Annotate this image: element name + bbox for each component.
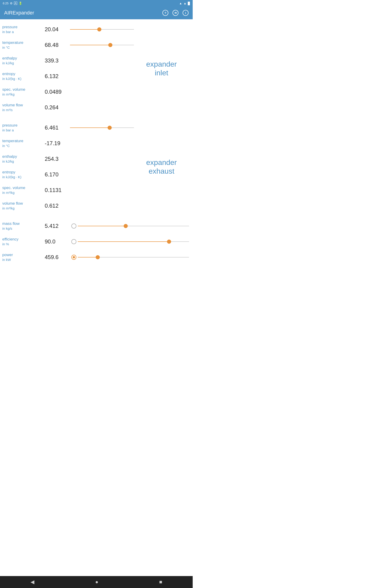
efficiency-radio-container: [70, 239, 78, 244]
mass-flow-unit: in kg/s: [2, 226, 45, 231]
exhaust-pressure-row: pressure in bar a 6.461: [2, 120, 134, 136]
exhaust-pressure-slider[interactable]: [70, 124, 134, 131]
info-icon-button[interactable]: i: [183, 10, 189, 16]
exhaust-volume-flow-slider-empty: [70, 202, 134, 209]
inlet-enthalpy-unit: in kJ/kg: [2, 61, 45, 65]
exhaust-enthalpy-slider-empty: [70, 156, 134, 162]
exhaust-spec-volume-unit: in m³/kg: [2, 190, 45, 195]
exhaust-spec-volume-value: 0.1131: [45, 187, 70, 193]
inlet-pressure-name: pressure: [2, 25, 45, 30]
a-icon: A: [14, 2, 17, 5]
help-icon-button[interactable]: ?: [162, 10, 168, 16]
power-slider[interactable]: [78, 254, 189, 261]
power-unit: in kW: [2, 258, 45, 262]
efficiency-name: efficiency: [2, 237, 45, 242]
inlet-section: pressure in bar a 20.04 temperature in °…: [2, 22, 189, 115]
exhaust-spec-volume-name: spec. volume: [2, 185, 45, 190]
inlet-spec-volume-name: spec. volume: [2, 87, 45, 92]
battery-full-icon: █: [188, 2, 190, 5]
inlet-pressure-slider[interactable]: [70, 26, 134, 33]
exhaust-entropy-name: entropy: [2, 170, 45, 175]
inlet-pressure-unit: in bar a: [2, 30, 45, 34]
app-bar: AIRExpander ? ✉ i: [0, 6, 193, 19]
signal-icon: ▲: [184, 2, 186, 5]
inlet-enthalpy-name: enthalpy: [2, 56, 45, 61]
inlet-params: pressure in bar a 20.04 temperature in °…: [2, 22, 134, 115]
inlet-spec-volume-unit: in m³/kg: [2, 92, 45, 97]
mass-flow-slider[interactable]: [78, 223, 189, 229]
exhaust-temperature-slider-empty: [70, 140, 134, 147]
efficiency-radio[interactable]: [71, 239, 76, 244]
app-title: AIRExpander: [4, 10, 34, 16]
exhaust-temperature-name: temperature: [2, 138, 45, 144]
exhaust-spec-volume-label: spec. volume in m³/kg: [2, 185, 45, 195]
status-bar: 6:25 ⚙ A 🔋 ▲ ▲ █: [0, 0, 193, 6]
efficiency-row: efficiency in % 90.0: [2, 234, 189, 250]
exhaust-entropy-label: entropy in kJ/(kg · K): [2, 170, 45, 179]
exhaust-pressure-value: 6.461: [45, 124, 70, 131]
inlet-enthalpy-label: enthalpy in kJ/kg: [2, 56, 45, 65]
exhaust-section: pressure in bar a 6.461 temperature in °…: [2, 120, 189, 214]
mass-flow-radio[interactable]: [71, 224, 76, 229]
inlet-pressure-value: 20.04: [45, 26, 70, 33]
power-label: power in kW: [2, 252, 45, 262]
exhaust-enthalpy-unit: in kJ/kg: [2, 159, 45, 164]
operating-section: mass flow in kg/s 5.412 efficiency in % …: [2, 218, 189, 265]
power-radio-container: [70, 255, 78, 260]
status-left: 6:25 ⚙ A 🔋: [3, 2, 22, 5]
inlet-volume-flow-value: 0.264: [45, 104, 70, 111]
inlet-volume-flow-slider-empty: [70, 104, 134, 111]
inlet-temperature-name: temperature: [2, 40, 45, 45]
exhaust-section-label: expanderexhaust: [146, 156, 177, 178]
exhaust-enthalpy-label: enthalpy in kJ/kg: [2, 154, 45, 164]
power-value: 459.6: [45, 254, 70, 260]
exhaust-volume-flow-label: volume flow in m³/kg: [2, 201, 45, 211]
inlet-entropy-slider-empty: [70, 73, 134, 80]
exhaust-pressure-unit: in bar a: [2, 128, 45, 132]
mass-flow-radio-container: [70, 224, 78, 229]
inlet-entropy-row: entropy in kJ/(kg · K) 6.132: [2, 69, 134, 84]
efficiency-slider[interactable]: [78, 238, 189, 245]
inlet-volume-flow-name: volume flow: [2, 103, 45, 108]
power-name: power: [2, 252, 45, 258]
inlet-volume-flow-label: volume flow in m³/s: [2, 103, 45, 112]
mail-icon-button[interactable]: ✉: [173, 10, 178, 16]
exhaust-enthalpy-row: enthalpy in kJ/kg 254.3: [2, 151, 134, 167]
inlet-entropy-value: 6.132: [45, 73, 70, 79]
section-divider-1: [2, 115, 189, 120]
inlet-temperature-value: 68.48: [45, 42, 70, 48]
app-bar-icons: ? ✉ i: [162, 10, 189, 16]
inlet-spec-volume-value: 0.0489: [45, 89, 70, 95]
inlet-section-label: expanderinlet: [146, 57, 177, 80]
inlet-enthalpy-slider-empty: [70, 57, 134, 64]
mass-flow-label: mass flow in kg/s: [2, 221, 45, 231]
status-right: ▲ ▲ █: [179, 2, 190, 5]
mass-flow-row: mass flow in kg/s 5.412: [2, 218, 189, 234]
efficiency-value: 90.0: [45, 238, 70, 245]
inlet-spec-volume-slider-empty: [70, 88, 134, 95]
exhaust-enthalpy-value: 254.3: [45, 156, 70, 162]
exhaust-temperature-unit: in °C: [2, 144, 45, 148]
inlet-entropy-name: entropy: [2, 71, 45, 77]
inlet-temperature-row: temperature in °C 68.48: [2, 37, 134, 53]
inlet-entropy-unit: in kJ/(kg · K): [2, 77, 45, 81]
main-content: pressure in bar a 20.04 temperature in °…: [0, 19, 193, 267]
mass-flow-value: 5.412: [45, 223, 70, 229]
efficiency-unit: in %: [2, 242, 45, 246]
exhaust-temperature-value: -17.19: [45, 140, 70, 147]
inlet-pressure-row: pressure in bar a 20.04: [2, 22, 134, 37]
exhaust-entropy-value: 6.170: [45, 171, 70, 178]
power-radio[interactable]: [71, 255, 76, 260]
wifi-icon: ▲: [179, 2, 182, 5]
battery-icon: 🔋: [19, 2, 22, 5]
inlet-temperature-label: temperature in °C: [2, 40, 45, 50]
mass-flow-name: mass flow: [2, 221, 45, 226]
inlet-temperature-slider[interactable]: [70, 42, 134, 48]
inlet-pressure-label: pressure in bar a: [2, 25, 45, 34]
exhaust-temperature-row: temperature in °C -17.19: [2, 136, 134, 151]
time-display: 6:25: [3, 2, 8, 5]
inlet-volume-flow-unit: in m³/s: [2, 108, 45, 112]
exhaust-entropy-unit: in kJ/(kg · K): [2, 175, 45, 179]
exhaust-temperature-label: temperature in °C: [2, 138, 45, 148]
exhaust-volume-flow-row: volume flow in m³/kg 0.612: [2, 198, 134, 214]
